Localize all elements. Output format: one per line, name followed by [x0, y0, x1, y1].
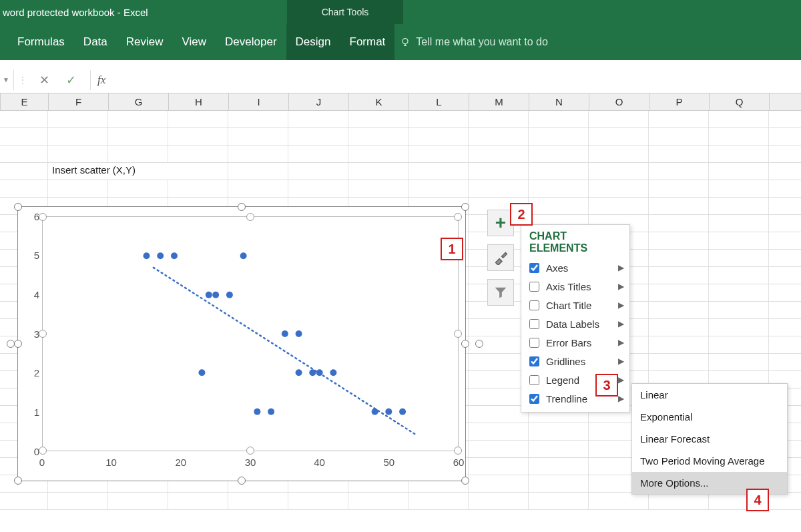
paintbrush-icon — [493, 250, 508, 265]
chart-elements-item-data-labels[interactable]: Data Labels ▶ — [521, 314, 629, 333]
cell-insert-scatter[interactable]: Insert scatter (X,Y) — [48, 163, 228, 180]
trendline-option-exponential[interactable]: Exponential — [632, 406, 787, 428]
chevron-right-icon[interactable]: ▶ — [618, 282, 624, 291]
annotation-1: 1 — [441, 238, 463, 260]
chart-elements-item-axis-titles[interactable]: Axis Titles ▶ — [521, 277, 629, 296]
chart-elements-item-error-bars[interactable]: Error Bars ▶ — [521, 333, 629, 352]
svg-point-7 — [240, 252, 247, 259]
col-header-N[interactable]: N — [529, 93, 589, 110]
embedded-chart[interactable]: 0 1 2 3 4 5 6 0 10 20 30 40 50 60 — [17, 206, 466, 481]
chart-resize-handle[interactable] — [14, 203, 22, 211]
chart-resize-handle[interactable] — [14, 477, 22, 485]
tab-review[interactable]: Review — [117, 24, 173, 60]
formula-input[interactable] — [112, 72, 801, 88]
chart-filter-button[interactable] — [487, 279, 514, 306]
data-labels-checkbox[interactable] — [529, 319, 539, 329]
chevron-right-icon[interactable]: ▶ — [618, 300, 624, 310]
chart-resize-handle[interactable] — [238, 203, 246, 211]
col-header-P[interactable]: P — [649, 93, 710, 110]
chart-resize-handle[interactable] — [14, 340, 22, 348]
col-header-G[interactable]: G — [109, 93, 169, 110]
plot-area[interactable] — [42, 216, 459, 451]
x-axis-labels: 0 10 20 30 40 50 60 — [42, 457, 459, 470]
chart-resize-handle[interactable] — [461, 477, 469, 485]
scatter-plot-svg — [43, 217, 458, 451]
error-bars-checkbox[interactable] — [529, 338, 539, 348]
tell-me-search[interactable]: Tell me what you want to do — [400, 36, 547, 48]
svg-point-20 — [372, 409, 378, 415]
svg-point-11 — [198, 369, 205, 376]
chart-resize-handle[interactable] — [461, 340, 469, 348]
chevron-right-icon[interactable]: ▶ — [618, 338, 624, 347]
chart-resize-handle[interactable] — [461, 203, 469, 211]
chevron-right-icon[interactable]: ▶ — [618, 394, 624, 403]
chart-elements-item-gridlines[interactable]: Gridlines ▶ — [521, 352, 629, 370]
legend-checkbox[interactable] — [529, 375, 539, 385]
annotation-3: 3 — [595, 374, 618, 396]
col-header-J[interactable]: J — [289, 93, 349, 110]
column-headers: E F G H I J K L M N O P Q — [0, 93, 801, 111]
svg-point-9 — [212, 292, 219, 298]
svg-point-4 — [144, 252, 150, 259]
tab-data[interactable]: Data — [74, 24, 117, 60]
chevron-right-icon[interactable]: ▶ — [618, 375, 624, 384]
col-header-I[interactable]: I — [229, 93, 289, 110]
trendline-option-moving-average[interactable]: Two Period Moving Average — [632, 450, 787, 472]
axes-checkbox[interactable] — [529, 263, 539, 273]
svg-point-10 — [226, 292, 233, 298]
svg-point-21 — [385, 409, 392, 415]
col-header-F[interactable]: F — [49, 93, 109, 110]
ribbon-tabs: Formulas Data Review View Developer Desi… — [0, 24, 801, 60]
chart-elements-title: Chart Elements — [521, 225, 629, 258]
tab-design[interactable]: Design — [286, 24, 340, 60]
chart-elements-item-chart-title[interactable]: Chart Title ▶ — [521, 296, 629, 314]
chevron-right-icon[interactable]: ▶ — [618, 263, 624, 272]
chart-tools-contextual-label: Chart Tools — [287, 0, 403, 24]
col-header-K[interactable]: K — [349, 93, 409, 110]
formula-cancel-button[interactable]: ✕ — [34, 73, 54, 87]
axis-titles-checkbox[interactable] — [529, 282, 539, 292]
svg-point-5 — [157, 252, 164, 259]
tab-view[interactable]: View — [173, 24, 216, 60]
chevron-right-icon[interactable]: ▶ — [618, 319, 624, 328]
col-header-M[interactable]: M — [469, 93, 529, 110]
y-axis-labels: 0 1 2 3 4 5 6 — [25, 216, 39, 451]
trendline-option-linear-forecast[interactable]: Linear Forecast — [632, 428, 787, 450]
plus-icon: + — [495, 214, 506, 232]
svg-point-8 — [206, 292, 212, 298]
svg-point-16 — [316, 369, 323, 376]
name-box-dropdown-icon[interactable]: ▼ — [3, 76, 11, 83]
annotation-2: 2 — [510, 203, 533, 226]
svg-point-22 — [399, 409, 406, 415]
chevron-right-icon[interactable]: ▶ — [618, 356, 624, 366]
trendline-checkbox[interactable] — [529, 394, 539, 404]
fx-icon[interactable]: fx — [97, 73, 105, 87]
file-title: word protected workbook - Excel — [0, 7, 148, 18]
tab-formulas[interactable]: Formulas — [8, 24, 74, 60]
chart-resize-handle[interactable] — [238, 477, 246, 485]
col-header-H[interactable]: H — [169, 93, 229, 110]
chart-title-checkbox[interactable] — [529, 300, 539, 310]
col-header-L[interactable]: L — [409, 93, 469, 110]
col-header-E[interactable]: E — [1, 93, 49, 110]
outer-resize-handle[interactable] — [475, 340, 483, 348]
chart-styles-button[interactable] — [487, 244, 514, 271]
svg-point-15 — [309, 369, 316, 376]
svg-point-19 — [268, 409, 274, 415]
tab-developer[interactable]: Developer — [216, 24, 286, 60]
gridlines-checkbox[interactable] — [529, 356, 539, 366]
spreadsheet-grid[interactable]: Insert scatter (X,Y) 0 1 2 3 4 5 6 — [0, 111, 801, 532]
tab-format[interactable]: Format — [340, 24, 395, 60]
svg-point-6 — [171, 252, 178, 259]
chart-elements-item-axes[interactable]: Axes ▶ — [521, 258, 629, 277]
svg-point-12 — [282, 330, 288, 337]
svg-point-18 — [254, 409, 260, 415]
col-header-O[interactable]: O — [589, 93, 649, 110]
outer-resize-handle[interactable] — [7, 340, 15, 348]
formula-enter-button[interactable]: ✓ — [61, 73, 81, 87]
col-header-Q[interactable]: Q — [710, 93, 770, 110]
svg-point-0 — [403, 39, 408, 44]
trendline-option-linear[interactable]: Linear — [632, 384, 787, 406]
svg-point-14 — [296, 369, 302, 376]
title-bar: word protected workbook - Excel Chart To… — [0, 0, 801, 24]
